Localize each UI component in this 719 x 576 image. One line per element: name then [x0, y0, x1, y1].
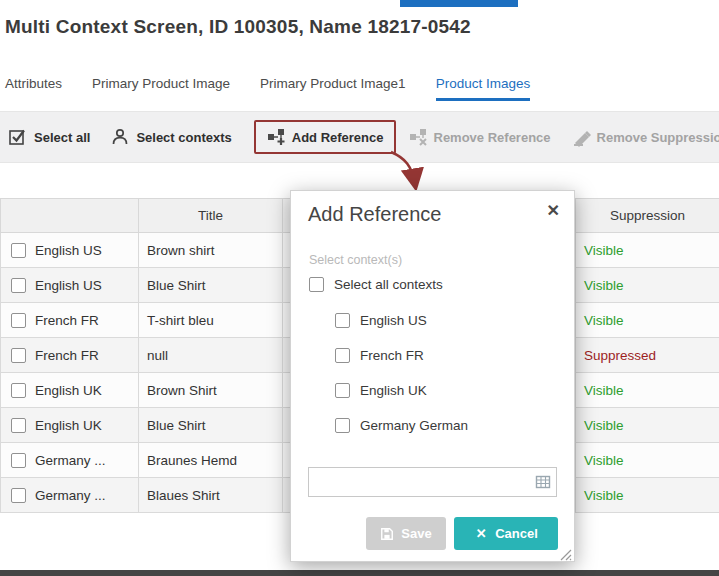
top-tab-indicator — [400, 0, 518, 7]
row-context: English US — [35, 243, 102, 258]
cancel-button[interactable]: ✕ Cancel — [454, 517, 558, 550]
add-reference-icon — [266, 127, 286, 147]
row-suppression: Visible — [576, 233, 719, 268]
row-context: English UK — [35, 418, 102, 433]
row-context: English UK — [35, 383, 102, 398]
row-title: Blue Shirt — [139, 408, 283, 443]
context-option-germany-german[interactable]: Germany German — [335, 418, 468, 433]
picker-grid-icon[interactable] — [535, 474, 551, 490]
row-checkbox[interactable] — [11, 418, 26, 433]
add-reference-label: Add Reference — [292, 130, 384, 145]
row-context: Germany ... — [35, 488, 106, 503]
row-suppression: Visible — [576, 443, 719, 478]
context-label: English UK — [360, 383, 427, 398]
select-all-button[interactable]: Select all — [8, 127, 90, 147]
row-context: French FR — [35, 313, 99, 328]
context-label: Germany German — [360, 418, 468, 433]
context-checkbox[interactable] — [335, 313, 350, 328]
row-suppression: Suppressed — [576, 338, 719, 373]
row-title: T-shirt bleu — [139, 303, 283, 338]
remove-suppression-icon — [571, 127, 591, 147]
context-checkbox[interactable] — [335, 348, 350, 363]
row-checkbox[interactable] — [11, 243, 26, 258]
row-context: French FR — [35, 348, 99, 363]
tab-bar: Attributes Primary Product Image Primary… — [0, 76, 719, 101]
row-context: Germany ... — [35, 453, 106, 468]
reference-input[interactable] — [308, 467, 557, 497]
row-suppression: Visible — [576, 373, 719, 408]
context-option-french-fr[interactable]: French FR — [335, 348, 424, 363]
row-title: null — [139, 338, 283, 373]
row-checkbox[interactable] — [11, 313, 26, 328]
remove-reference-label: Remove Reference — [434, 130, 551, 145]
select-all-checkbox-icon — [8, 127, 28, 147]
remove-reference-button[interactable]: Remove Reference — [408, 127, 551, 147]
tab-primary-product-image1[interactable]: Primary Product Image1 — [260, 76, 406, 101]
row-title: Brown Shirt — [139, 373, 283, 408]
context-column-header — [1, 199, 139, 233]
tab-attributes[interactable]: Attributes — [5, 76, 62, 101]
remove-suppression-button[interactable]: Remove Suppression — [571, 127, 719, 147]
annotation-arrow-icon — [383, 150, 435, 194]
resize-handle-icon[interactable] — [560, 547, 572, 559]
row-suppression: Visible — [576, 408, 719, 443]
cancel-x-icon: ✕ — [474, 527, 488, 541]
row-checkbox[interactable] — [11, 278, 26, 293]
page-title: Multi Context Screen, ID 100305, Name 18… — [5, 16, 471, 38]
row-checkbox[interactable] — [11, 348, 26, 363]
row-title: Brown shirt — [139, 233, 283, 268]
row-title: Braunes Hemd — [139, 443, 283, 478]
select-all-contexts-option[interactable]: Select all contexts — [309, 277, 443, 292]
add-reference-dialog: Add Reference ✕ Select context(s) Select… — [290, 190, 575, 562]
context-checkbox[interactable] — [335, 418, 350, 433]
close-icon[interactable]: ✕ — [547, 201, 560, 220]
select-all-label: Select all — [34, 130, 90, 145]
remove-reference-icon — [408, 127, 428, 147]
title-column-header: Title — [139, 199, 283, 233]
context-label: English US — [360, 313, 427, 328]
dialog-buttons: Save ✕ Cancel — [366, 517, 558, 550]
row-checkbox[interactable] — [11, 453, 26, 468]
row-suppression: Visible — [576, 268, 719, 303]
context-option-english-us[interactable]: English US — [335, 313, 427, 328]
dialog-title: Add Reference — [308, 203, 441, 226]
remove-suppression-label: Remove Suppression — [597, 130, 719, 145]
reference-input-wrap — [308, 467, 557, 497]
context-option-english-uk[interactable]: English UK — [335, 383, 427, 398]
context-label: French FR — [360, 348, 424, 363]
select-all-contexts-label: Select all contexts — [334, 277, 443, 292]
multi-context-screen: Multi Context Screen, ID 100305, Name 18… — [0, 0, 719, 576]
context-checkbox[interactable] — [335, 383, 350, 398]
row-suppression: Visible — [576, 478, 719, 513]
suppression-column-header: Suppression — [576, 199, 719, 233]
save-button[interactable]: Save — [366, 517, 446, 550]
row-checkbox[interactable] — [11, 488, 26, 503]
add-reference-button[interactable]: Add Reference — [266, 127, 384, 147]
add-reference-highlight-box: Add Reference — [254, 120, 396, 154]
toolbar: Select all Select contexts Add Reference… — [0, 111, 719, 163]
row-suppression: Visible — [576, 303, 719, 338]
select-contexts-label: Select contexts — [136, 130, 231, 145]
select-contexts-button[interactable]: Select contexts — [110, 127, 231, 147]
row-context: English US — [35, 278, 102, 293]
cancel-button-label: Cancel — [495, 526, 538, 541]
tab-product-images[interactable]: Product Images — [436, 76, 531, 101]
bottom-window-edge — [0, 570, 719, 576]
select-contexts-hint: Select context(s) — [309, 253, 402, 267]
save-button-label: Save — [401, 526, 431, 541]
row-checkbox[interactable] — [11, 383, 26, 398]
row-title: Blue Shirt — [139, 268, 283, 303]
person-icon — [110, 127, 130, 147]
row-title: Blaues Shirt — [139, 478, 283, 513]
tab-primary-product-image[interactable]: Primary Product Image — [92, 76, 230, 101]
save-icon — [380, 527, 394, 541]
select-all-contexts-checkbox[interactable] — [309, 277, 324, 292]
